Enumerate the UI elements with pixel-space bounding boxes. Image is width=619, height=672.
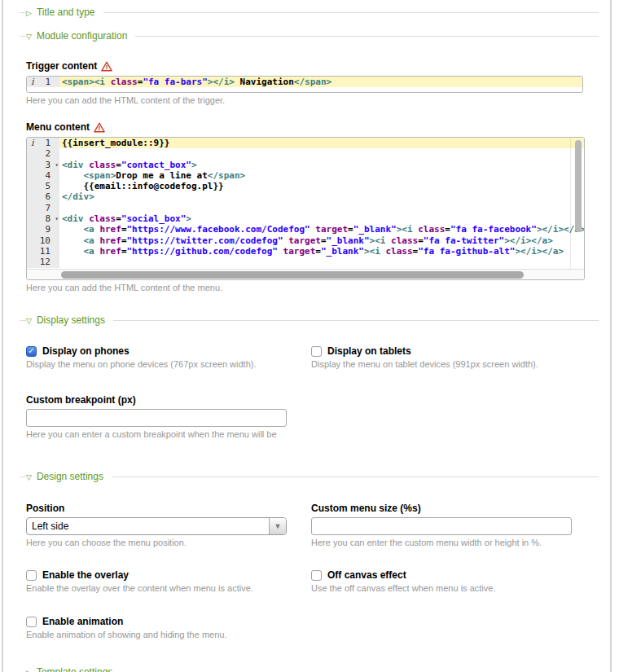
trigger-content-editor[interactable]: 1i<span><i class="fa fa-bars"></i> Navig… <box>26 76 583 93</box>
trigger-content-help: Here you can add the HTML content of the… <box>26 95 599 105</box>
dropdown-arrow-icon: ▼ <box>269 518 286 534</box>
code-text[interactable]: <span><i class="fa fa-bars"></i> Navigat… <box>59 77 582 87</box>
enable-overlay-help: Enable the overlay over the content when… <box>26 583 311 593</box>
module-edit-form: ▷Title and type ▽Module configuration Tr… <box>2 0 612 672</box>
section-label: Display settings <box>37 314 105 326</box>
code-line[interactable]: 2 <box>27 148 584 159</box>
gutter-line-number: 5 <box>27 181 59 191</box>
display-on-tablets-help: Display the menu on tablet devices (991p… <box>311 359 596 369</box>
code-line[interactable]: 11 <a href="https://github.com/codefog" … <box>27 246 584 257</box>
custom-breakpoint-label: Custom breakpoint (px) <box>26 394 136 406</box>
display-on-phones-checkbox[interactable]: ✓ <box>26 346 37 357</box>
section-label: Module configuration <box>37 30 127 42</box>
warning-icon: ! <box>101 61 112 72</box>
code-line[interactable]: 1i<span><i class="fa fa-bars"></i> Navig… <box>27 77 582 87</box>
gutter-line-number: 1i <box>27 138 59 148</box>
code-line[interactable]: 6</div> <box>27 191 584 202</box>
code-text[interactable]: <span>Drop me a line at</span> <box>59 170 584 181</box>
trigger-content-label: Trigger content ! <box>26 59 599 72</box>
gutter-line-number: 2 <box>27 148 59 159</box>
enable-animation-checkbox[interactable] <box>26 617 37 627</box>
chevron-down-icon: ▽ <box>26 470 32 485</box>
menu-content-field: Menu content ! 1i{{insert_module::9}}23▾… <box>26 121 599 292</box>
custom-breakpoint-help: Here you can enter a custom breakpoint w… <box>26 429 599 439</box>
section-module-configuration[interactable]: ▽Module configuration <box>26 29 599 43</box>
code-line[interactable]: 4 <span>Drop me a line at</span> <box>27 170 584 181</box>
section-title-and-type[interactable]: ▷Title and type <box>26 5 599 20</box>
horizontal-scrollbar[interactable] <box>27 269 584 279</box>
section-display-settings[interactable]: ▽Display settings <box>26 313 599 327</box>
vertical-scrollbar-thumb[interactable] <box>575 140 582 232</box>
horizontal-scrollbar-thumb[interactable] <box>61 271 524 279</box>
gutter-line-number: 10 <box>27 235 59 246</box>
code-line[interactable]: 1i{{insert_module::9}} <box>27 138 584 148</box>
section-template-settings[interactable]: ▷Template settings <box>26 665 599 672</box>
menu-size-help: Here you can enter the custom menu width… <box>311 538 596 547</box>
position-select[interactable]: Left side ▼ <box>26 517 287 535</box>
warning-icon: ! <box>94 122 105 133</box>
chevron-right-icon: ▷ <box>26 6 32 20</box>
code-text[interactable] <box>59 148 584 159</box>
code-text[interactable] <box>59 257 584 267</box>
position-label: Position <box>26 503 64 514</box>
gutter-line-number: 9 <box>27 224 59 235</box>
gutter-line-number: 1i <box>27 77 59 87</box>
menu-content-help: Here you can add the HTML content of the… <box>26 283 599 292</box>
menu-size-input[interactable] <box>311 517 572 535</box>
display-on-phones-field: ✓ Display on phones Display the menu on … <box>26 345 311 369</box>
fold-arrow-icon[interactable]: ▾ <box>55 213 59 224</box>
display-on-tablets-label[interactable]: Display on tablets <box>327 345 411 357</box>
enable-overlay-checkbox[interactable] <box>26 570 37 581</box>
off-canvas-field: Off canvas effect Use the off canvas eff… <box>311 569 596 593</box>
off-canvas-checkbox[interactable] <box>311 570 322 581</box>
code-text[interactable] <box>59 203 584 213</box>
code-line[interactable]: 12 <box>27 257 584 267</box>
section-label: Title and type <box>37 7 95 18</box>
enable-overlay-field: Enable the overlay Enable the overlay ov… <box>26 569 311 593</box>
position-help: Here you can choose the menu position. <box>26 538 311 547</box>
code-line[interactable]: 10 <a href="https://twitter.com/codefog"… <box>27 235 584 246</box>
display-on-tablets-field: Display on tablets Display the menu on t… <box>311 345 596 369</box>
chevron-down-icon: ▽ <box>26 314 32 328</box>
code-text[interactable]: {{insert_module::9}} <box>59 138 584 148</box>
code-text[interactable]: </div> <box>59 191 584 202</box>
code-text[interactable]: <a href="https://www.facebook.com/Codefo… <box>59 224 584 235</box>
code-text[interactable]: <a href="https://github.com/codefog" tar… <box>59 246 584 257</box>
fold-arrow-icon[interactable]: ▾ <box>55 160 59 170</box>
code-text[interactable]: {{email::info@codefog.pl}} <box>59 181 584 191</box>
enable-animation-label[interactable]: Enable animation <box>42 616 123 627</box>
gutter-line-number: 8▾ <box>27 213 59 224</box>
code-line[interactable]: 5 {{email::info@codefog.pl}} <box>27 181 584 191</box>
enable-animation-field: Enable animation Enable animation of sho… <box>26 616 311 639</box>
position-select-value: Left side <box>27 520 269 532</box>
vertical-scrollbar[interactable] <box>574 139 582 267</box>
code-text[interactable]: <a href="https://twitter.com/codefog" ta… <box>59 235 584 246</box>
display-on-tablets-checkbox[interactable] <box>311 346 322 357</box>
code-line[interactable]: 3▾<div class="contact_box"> <box>27 160 584 170</box>
off-canvas-label[interactable]: Off canvas effect <box>327 569 406 581</box>
position-field: Position Left side ▼ Here you can choose… <box>26 502 311 547</box>
annotation-info-icon: i <box>31 77 34 87</box>
code-line[interactable]: 9 <a href="https://www.facebook.com/Code… <box>27 224 584 235</box>
code-text[interactable]: <div class="contact_box"> <box>59 160 584 170</box>
enable-overlay-label[interactable]: Enable the overlay <box>42 569 129 581</box>
off-canvas-help: Use the off canvas effect when menu is a… <box>311 583 596 593</box>
section-label: Design settings <box>37 471 103 482</box>
enable-animation-help: Enable animation of showing and hiding t… <box>26 630 311 639</box>
code-line[interactable]: 7 <box>27 203 584 213</box>
svg-text:!: ! <box>106 64 108 70</box>
code-line[interactable]: 8▾<div class="social_box"> <box>27 213 584 224</box>
gutter-line-number: 4 <box>27 170 59 181</box>
section-design-settings[interactable]: ▽Design settings <box>26 469 599 484</box>
menu-content-editor[interactable]: 1i{{insert_module::9}}23▾<div class="con… <box>26 137 585 280</box>
gutter-line-number: 12 <box>27 257 59 267</box>
gutter-line-number: 6 <box>27 191 59 202</box>
gutter-line-number: 11 <box>27 246 59 257</box>
display-on-phones-help: Display the menu on phone devices (767px… <box>26 359 311 369</box>
code-text[interactable]: <div class="social_box"> <box>59 213 584 224</box>
annotation-info-icon: i <box>31 138 34 148</box>
display-on-phones-label[interactable]: Display on phones <box>42 345 130 357</box>
menu-size-label: Custom menu size (%s) <box>311 503 421 514</box>
custom-breakpoint-input[interactable] <box>26 409 287 427</box>
chevron-right-icon: ▷ <box>26 665 32 672</box>
